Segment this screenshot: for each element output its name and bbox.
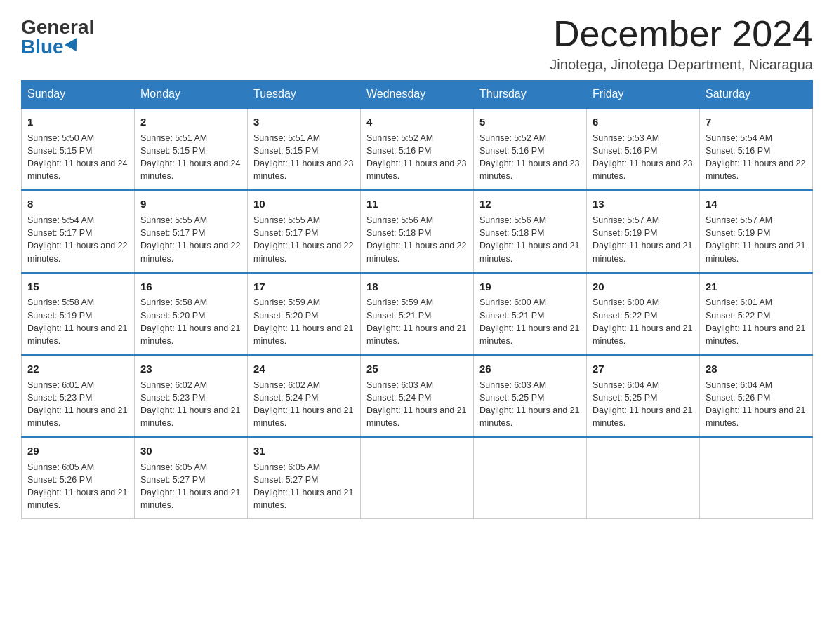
day-of-week-header: Tuesday xyxy=(248,81,361,109)
calendar-day-cell xyxy=(474,437,587,519)
day-info: Sunrise: 5:50 AM Sunset: 5:15 PM Dayligh… xyxy=(27,132,128,183)
day-info: Sunrise: 5:59 AM Sunset: 5:21 PM Dayligh… xyxy=(366,296,468,347)
calendar-day-cell: 21 Sunrise: 6:01 AM Sunset: 5:22 PM Dayl… xyxy=(700,273,813,355)
calendar-day-cell: 3 Sunrise: 5:51 AM Sunset: 5:15 PM Dayli… xyxy=(248,108,361,190)
day-number: 18 xyxy=(366,279,468,295)
calendar-day-cell: 2 Sunrise: 5:51 AM Sunset: 5:15 PM Dayli… xyxy=(135,108,248,190)
day-number: 9 xyxy=(140,196,241,212)
day-number: 1 xyxy=(27,114,128,130)
calendar-day-cell: 13 Sunrise: 5:57 AM Sunset: 5:19 PM Dayl… xyxy=(587,190,700,272)
day-number: 10 xyxy=(253,196,355,212)
day-of-week-header: Saturday xyxy=(700,81,813,109)
day-info: Sunrise: 5:51 AM Sunset: 5:15 PM Dayligh… xyxy=(253,132,355,183)
day-info: Sunrise: 6:03 AM Sunset: 5:24 PM Dayligh… xyxy=(366,379,468,430)
calendar-day-cell xyxy=(361,437,474,519)
calendar-day-cell: 20 Sunrise: 6:00 AM Sunset: 5:22 PM Dayl… xyxy=(587,273,700,355)
day-number: 8 xyxy=(27,196,128,212)
calendar-day-cell xyxy=(587,437,700,519)
day-number: 15 xyxy=(27,279,128,295)
calendar-day-cell: 1 Sunrise: 5:50 AM Sunset: 5:15 PM Dayli… xyxy=(22,108,135,190)
calendar-day-cell: 25 Sunrise: 6:03 AM Sunset: 5:24 PM Dayl… xyxy=(361,355,474,437)
calendar-header-row: SundayMondayTuesdayWednesdayThursdayFrid… xyxy=(22,81,813,109)
day-info: Sunrise: 5:52 AM Sunset: 5:16 PM Dayligh… xyxy=(479,132,581,183)
day-info: Sunrise: 6:05 AM Sunset: 5:27 PM Dayligh… xyxy=(140,461,241,512)
day-number: 20 xyxy=(593,279,694,295)
day-info: Sunrise: 6:01 AM Sunset: 5:22 PM Dayligh… xyxy=(706,296,807,347)
day-info: Sunrise: 5:54 AM Sunset: 5:17 PM Dayligh… xyxy=(27,214,128,265)
calendar-week-row: 29 Sunrise: 6:05 AM Sunset: 5:26 PM Dayl… xyxy=(22,437,813,519)
day-number: 7 xyxy=(706,114,807,130)
calendar-day-cell: 29 Sunrise: 6:05 AM Sunset: 5:26 PM Dayl… xyxy=(22,437,135,519)
day-of-week-header: Sunday xyxy=(22,81,135,109)
day-of-week-header: Friday xyxy=(587,81,700,109)
day-number: 2 xyxy=(140,114,241,130)
calendar-day-cell: 31 Sunrise: 6:05 AM Sunset: 5:27 PM Dayl… xyxy=(248,437,361,519)
day-number: 3 xyxy=(253,114,355,130)
day-number: 23 xyxy=(140,361,241,377)
calendar-day-cell: 15 Sunrise: 5:58 AM Sunset: 5:19 PM Dayl… xyxy=(22,273,135,355)
calendar-day-cell: 7 Sunrise: 5:54 AM Sunset: 5:16 PM Dayli… xyxy=(700,108,813,190)
calendar-day-cell xyxy=(700,437,813,519)
day-number: 19 xyxy=(479,279,581,295)
day-info: Sunrise: 5:58 AM Sunset: 5:19 PM Dayligh… xyxy=(27,296,128,347)
day-number: 5 xyxy=(479,114,581,130)
day-number: 12 xyxy=(479,196,581,212)
day-info: Sunrise: 5:51 AM Sunset: 5:15 PM Dayligh… xyxy=(140,132,241,183)
day-info: Sunrise: 6:04 AM Sunset: 5:26 PM Dayligh… xyxy=(706,379,807,430)
calendar-day-cell: 30 Sunrise: 6:05 AM Sunset: 5:27 PM Dayl… xyxy=(135,437,248,519)
day-number: 24 xyxy=(253,361,355,377)
logo-blue-text: Blue xyxy=(21,37,79,57)
day-number: 14 xyxy=(706,196,807,212)
logo: General Blue xyxy=(21,14,94,57)
calendar-day-cell: 14 Sunrise: 5:57 AM Sunset: 5:19 PM Dayl… xyxy=(700,190,813,272)
day-number: 31 xyxy=(253,443,355,459)
calendar-day-cell: 11 Sunrise: 5:56 AM Sunset: 5:18 PM Dayl… xyxy=(361,190,474,272)
calendar-day-cell: 19 Sunrise: 6:00 AM Sunset: 5:21 PM Dayl… xyxy=(474,273,587,355)
calendar-day-cell: 16 Sunrise: 5:58 AM Sunset: 5:20 PM Dayl… xyxy=(135,273,248,355)
day-info: Sunrise: 5:59 AM Sunset: 5:20 PM Dayligh… xyxy=(253,296,355,347)
day-number: 30 xyxy=(140,443,241,459)
day-info: Sunrise: 5:54 AM Sunset: 5:16 PM Dayligh… xyxy=(706,132,807,183)
day-number: 22 xyxy=(27,361,128,377)
day-info: Sunrise: 5:56 AM Sunset: 5:18 PM Dayligh… xyxy=(479,214,581,265)
calendar-week-row: 22 Sunrise: 6:01 AM Sunset: 5:23 PM Dayl… xyxy=(22,355,813,437)
day-info: Sunrise: 6:01 AM Sunset: 5:23 PM Dayligh… xyxy=(27,379,128,430)
day-info: Sunrise: 5:57 AM Sunset: 5:19 PM Dayligh… xyxy=(706,214,807,265)
day-info: Sunrise: 5:55 AM Sunset: 5:17 PM Dayligh… xyxy=(253,214,355,265)
day-info: Sunrise: 6:00 AM Sunset: 5:22 PM Dayligh… xyxy=(593,296,694,347)
title-section: December 2024 Jinotega, Jinotega Departm… xyxy=(550,14,813,73)
location-subtitle: Jinotega, Jinotega Department, Nicaragua xyxy=(550,57,813,73)
day-of-week-header: Thursday xyxy=(474,81,587,109)
calendar-week-row: 8 Sunrise: 5:54 AM Sunset: 5:17 PM Dayli… xyxy=(22,190,813,272)
day-number: 6 xyxy=(593,114,694,130)
calendar-day-cell: 10 Sunrise: 5:55 AM Sunset: 5:17 PM Dayl… xyxy=(248,190,361,272)
day-number: 27 xyxy=(593,361,694,377)
day-info: Sunrise: 6:02 AM Sunset: 5:24 PM Dayligh… xyxy=(253,379,355,430)
day-info: Sunrise: 6:03 AM Sunset: 5:25 PM Dayligh… xyxy=(479,379,581,430)
day-number: 17 xyxy=(253,279,355,295)
calendar-day-cell: 5 Sunrise: 5:52 AM Sunset: 5:16 PM Dayli… xyxy=(474,108,587,190)
calendar-week-row: 15 Sunrise: 5:58 AM Sunset: 5:19 PM Dayl… xyxy=(22,273,813,355)
day-info: Sunrise: 5:53 AM Sunset: 5:16 PM Dayligh… xyxy=(593,132,694,183)
day-number: 11 xyxy=(366,196,468,212)
calendar-day-cell: 17 Sunrise: 5:59 AM Sunset: 5:20 PM Dayl… xyxy=(248,273,361,355)
calendar-day-cell: 26 Sunrise: 6:03 AM Sunset: 5:25 PM Dayl… xyxy=(474,355,587,437)
calendar-day-cell: 9 Sunrise: 5:55 AM Sunset: 5:17 PM Dayli… xyxy=(135,190,248,272)
day-info: Sunrise: 6:00 AM Sunset: 5:21 PM Dayligh… xyxy=(479,296,581,347)
calendar-week-row: 1 Sunrise: 5:50 AM Sunset: 5:15 PM Dayli… xyxy=(22,108,813,190)
day-of-week-header: Wednesday xyxy=(361,81,474,109)
calendar-day-cell: 28 Sunrise: 6:04 AM Sunset: 5:26 PM Dayl… xyxy=(700,355,813,437)
day-number: 4 xyxy=(366,114,468,130)
calendar-day-cell: 12 Sunrise: 5:56 AM Sunset: 5:18 PM Dayl… xyxy=(474,190,587,272)
calendar-table: SundayMondayTuesdayWednesdayThursdayFrid… xyxy=(21,80,813,519)
day-number: 28 xyxy=(706,361,807,377)
calendar-day-cell: 27 Sunrise: 6:04 AM Sunset: 5:25 PM Dayl… xyxy=(587,355,700,437)
day-info: Sunrise: 6:05 AM Sunset: 5:26 PM Dayligh… xyxy=(27,461,128,512)
header: General Blue December 2024 Jinotega, Jin… xyxy=(21,14,813,73)
logo-triangle-icon xyxy=(65,38,82,55)
day-number: 25 xyxy=(366,361,468,377)
day-number: 29 xyxy=(27,443,128,459)
calendar-day-cell: 8 Sunrise: 5:54 AM Sunset: 5:17 PM Dayli… xyxy=(22,190,135,272)
day-info: Sunrise: 5:56 AM Sunset: 5:18 PM Dayligh… xyxy=(366,214,468,265)
day-info: Sunrise: 5:57 AM Sunset: 5:19 PM Dayligh… xyxy=(593,214,694,265)
